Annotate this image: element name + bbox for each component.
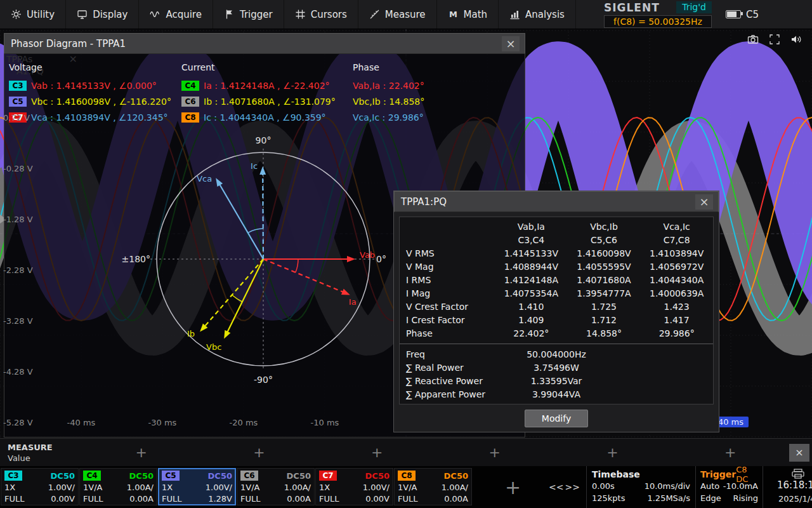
- pq-summary-row: 3.99044VA∑ Apparent Power: [400, 388, 713, 401]
- menu-cursors[interactable]: Cursors: [284, 0, 358, 29]
- channel-chip: C6: [181, 97, 199, 107]
- menu-acquire[interactable]: Acquire: [139, 0, 213, 29]
- channel-probe: 1X: [4, 483, 15, 492]
- pq-summary-label: ∑ Real Power: [406, 361, 464, 375]
- menu-label: Trigger: [240, 9, 273, 20]
- channel-descriptor-c4[interactable]: C4DC501V/A1.00A/FULL0.00A: [79, 468, 157, 505]
- channel-descriptor-c8[interactable]: C8DC501V/A1.00A/FULL0.00A: [394, 468, 472, 505]
- measure-results-bar: MEASURE Value ++++++ ×: [0, 438, 812, 466]
- pq-summary-value: 50.004000Hz: [400, 348, 713, 361]
- pq-row-label: Phase: [400, 328, 495, 338]
- pq-column-header: C7,C8: [640, 235, 713, 245]
- pq-button-row: Modify: [394, 410, 719, 427]
- battery-channel-label: C5: [746, 9, 759, 20]
- menu-display[interactable]: Display: [66, 0, 139, 29]
- pq-row-label: V Mag: [400, 262, 495, 272]
- phasor-reading-row: C5Vbc : 1.4160098V , ∠-116.220°: [9, 93, 171, 109]
- pq-column-header: Vca,Ic: [640, 222, 713, 232]
- channel-row-2: 1V/A1.00A/: [398, 481, 468, 493]
- channel-probe: 1V/A: [398, 483, 417, 492]
- pq-row-label: V RMS: [400, 248, 495, 258]
- menu-utility[interactable]: Utility: [0, 0, 66, 29]
- add-measurement-slot[interactable]: +: [136, 446, 147, 460]
- channel-row-2: 1X1.00V/: [319, 481, 390, 493]
- menu-analysis[interactable]: Analysis: [499, 0, 576, 29]
- channel-row-1: C3DC50: [4, 470, 75, 481]
- pq-value: 1.4103894V: [640, 248, 713, 258]
- pq-value: 1.4088944V: [495, 262, 568, 272]
- add-measurement-slot[interactable]: +: [253, 446, 265, 460]
- pan-left-button[interactable]: <<: [549, 482, 563, 492]
- voltage-readings-column: Voltage C3Vab : 1.4145133V , ∠0.000°C5Vb…: [9, 62, 171, 125]
- close-button[interactable]: ×: [695, 194, 713, 210]
- add-measurement-slot[interactable]: +: [606, 446, 618, 460]
- pq-value: 1.4145133V: [495, 248, 568, 258]
- menu-math[interactable]: M Math: [437, 0, 499, 29]
- lan-icon[interactable]: [792, 469, 804, 479]
- add-measurement-slot[interactable]: +: [724, 446, 736, 460]
- channel-row-3: FULL0.00V: [319, 493, 390, 504]
- phasor-vector-ib: [204, 259, 263, 328]
- channel-chip: C3: [9, 81, 27, 91]
- battery-icon: [726, 10, 741, 18]
- channel-coupling: DC50: [365, 471, 390, 481]
- pq-value: 14.858°: [568, 328, 641, 338]
- top-menu-bar: Utility Display Acquire Trigger Cursors …: [0, 0, 812, 29]
- svg-text:M: M: [449, 10, 457, 19]
- cursors-icon: [295, 9, 306, 20]
- close-button[interactable]: ×: [789, 444, 809, 462]
- phasor-vector-vbc: [226, 259, 263, 334]
- phasor-vector-ia: [263, 259, 345, 293]
- trigger-panel[interactable]: Trigger C8 DC Auto -10.0mA Edge Rising: [695, 466, 763, 508]
- timebase-panel[interactable]: Timebase 0.00s 10.0ms/div 125kpts 1.25MS…: [586, 466, 695, 508]
- battery-fill: [727, 11, 737, 17]
- channel-row-2: 1X1.00V/: [4, 481, 75, 493]
- fullscreen-icon[interactable]: [769, 34, 780, 45]
- phasor-reading-text: Vca,Ic : 29.986°: [353, 112, 424, 123]
- clock-panel: 16:18:18 2025/1/4: [763, 466, 812, 508]
- channel-chip: C7: [319, 471, 337, 481]
- pq-separator: [400, 344, 713, 344]
- current-readings-column: Current C4Ia : 1.4124148A , ∠-22.402°C6I…: [181, 62, 336, 125]
- channel-chip: C4: [181, 81, 199, 91]
- add-measurement-slot[interactable]: +: [371, 446, 383, 460]
- channel-offset: 0.00V: [51, 494, 75, 504]
- menu-measure[interactable]: Measure: [358, 0, 437, 29]
- phasor-vector-label: Vab: [360, 250, 375, 260]
- phasor-reading-row: Vbc,Ib : 14.858°: [353, 93, 424, 109]
- phasor-reading-row: C7Vca : 1.4103894V , ∠120.345°: [9, 109, 171, 125]
- channel-descriptor-c5[interactable]: C5DC501X1.00V/FULL1.28V: [158, 468, 236, 505]
- pq-window-title: TPPA1:PQ: [401, 196, 447, 208]
- channel-descriptor-c7[interactable]: C7DC501X1.00V/FULL0.00V: [315, 468, 393, 505]
- phasor-reading-row: Vab,Ia : 22.402°: [353, 77, 424, 93]
- pq-window-titlebar[interactable]: TPPA1:PQ ×: [394, 191, 719, 212]
- phasor-window-titlebar[interactable]: Phasor Diagram - TPPA1 ×: [4, 33, 525, 54]
- modify-button[interactable]: Modify: [525, 410, 588, 427]
- pq-data-row: V RMS1.4145133V1.4160098V1.4103894V: [400, 246, 713, 260]
- channel-descriptor-c6[interactable]: C6DC501V/A1.00A/FULL0.00A: [237, 468, 315, 505]
- close-button[interactable]: ×: [502, 36, 520, 51]
- frequency-counter: f(C8) = 50.00325Hz: [604, 15, 712, 28]
- pq-value: 1.3954777A: [568, 288, 641, 298]
- channel-offset: 0.00A: [444, 494, 468, 504]
- channel-scale: 1.00A/: [442, 483, 468, 492]
- phasor-reading-text: Vca : 1.4103894V , ∠120.345°: [31, 112, 168, 123]
- timebase-scale: 10.0ms/div: [645, 481, 690, 491]
- channel-descriptor-c3[interactable]: C3DC501X1.00V/FULL0.00V: [1, 468, 79, 505]
- phasor-window-title: Phasor Diagram - TPPA1: [11, 38, 126, 50]
- pan-right-button[interactable]: >>: [565, 482, 580, 492]
- speaker-icon[interactable]: [790, 34, 802, 45]
- channel-chip: C6: [240, 471, 258, 481]
- phase-readings-column: Phase Vab,Ia : 22.402°Vbc,Ib : 14.858°Vc…: [353, 62, 424, 125]
- channel-coupling: DC50: [444, 471, 468, 481]
- channel-scale: 1.00V/: [48, 483, 75, 492]
- math-icon: M: [448, 9, 459, 20]
- pq-summary-label: ∑ Reactive Power: [406, 375, 483, 388]
- screenshot-camera-icon[interactable]: [747, 34, 759, 45]
- menu-label: Measure: [385, 9, 426, 20]
- add-measurement-slot[interactable]: +: [489, 446, 501, 460]
- channel-coupling: DC50: [51, 471, 75, 481]
- cursor-crosshair-icon: +: [478, 476, 547, 498]
- menu-trigger[interactable]: Trigger: [213, 0, 284, 29]
- channel-row-1: C6DC50: [240, 470, 311, 481]
